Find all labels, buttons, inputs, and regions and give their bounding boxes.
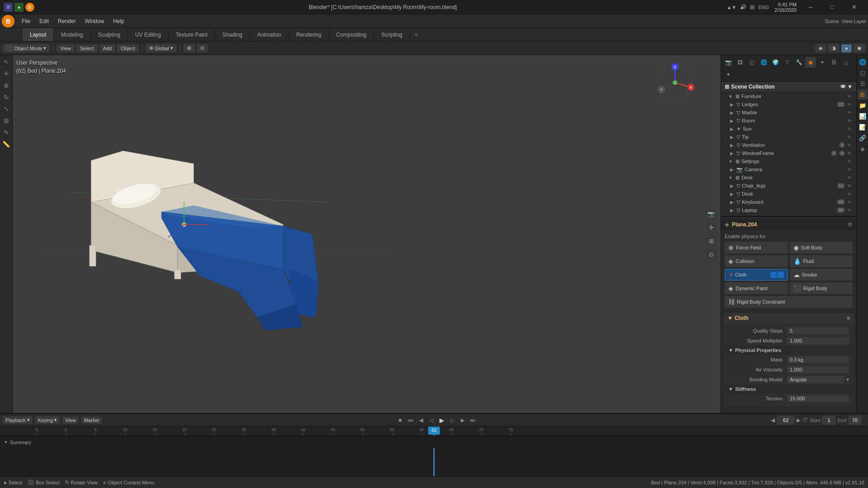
smoke-btn[interactable]: ☁ Smoke [790,269,853,281]
ledges-eye[interactable]: 👁 [846,101,853,108]
prev-frame-btn[interactable]: ◀ [416,416,425,425]
prop-particles[interactable]: ✦ [817,57,828,68]
menu-render[interactable]: Render [53,16,80,26]
expand-ventilation[interactable]: ▶ [730,143,734,148]
keying-dropdown[interactable]: Keying ▾ [35,416,60,424]
prop-constraints[interactable]: ⛓ [829,57,840,68]
measure-tool[interactable]: 📏 [1,139,11,149]
end-frame-input[interactable] [848,416,862,425]
menu-help[interactable]: Help [108,16,129,26]
marble-eye[interactable]: 👁 [846,109,853,116]
collection-room[interactable]: ▶ ▽ Room 👁 [721,117,856,125]
prop-modifier[interactable]: 🔧 [793,57,804,68]
windows-icon[interactable]: ⊞ [4,3,13,12]
collection-ventilation[interactable]: ▶ ▽ Ventilation 9 👁 [721,141,856,149]
prop-view-layer[interactable]: ◱ [746,57,757,68]
annotate-tool[interactable]: ✎ [1,127,11,137]
rs-files[interactable]: 📁 [858,100,868,110]
close-button[interactable]: ✕ [844,0,864,14]
camera-view-btn[interactable]: 📷 [705,208,717,220]
expand-room[interactable]: ▶ [730,118,734,123]
expand-keyboard[interactable]: ▶ [730,200,734,205]
sun-eye[interactable]: 👁 [846,126,853,132]
tab-scripting[interactable]: Scripting [374,28,410,41]
prev-frame-icon[interactable]: ◀ [771,417,775,423]
playback-dropdown[interactable]: Playback ▾ [3,416,33,424]
cursor-tool[interactable]: ✛ [1,69,11,79]
rs-node[interactable]: 🔗 [858,133,868,143]
mode-selector[interactable]: ⬛ Object Mode ▾ [3,44,50,52]
add-workspace-button[interactable]: + [410,28,422,41]
collection-furniture[interactable]: ▼ ⊞ Furniture 👁 [721,92,856,100]
tab-shading[interactable]: Shading [215,28,250,41]
scene-collection-eye[interactable]: 👁 [840,84,846,90]
expand-ledges[interactable]: ▶ [730,102,734,107]
next-keyframe-btn[interactable]: ▷ [448,416,457,425]
summary-expand[interactable]: ▼ [4,440,8,445]
maximize-button[interactable]: □ [822,0,843,14]
mass-value[interactable]: 0.3 kg [787,356,849,363]
prop-render[interactable]: 📷 [723,57,734,68]
select-menu[interactable]: Select [76,44,98,52]
view-menu[interactable]: View [57,44,75,52]
fluid-btn[interactable]: 💧 Fluid [790,255,853,267]
viewport-shading-2[interactable]: ◑ [828,44,840,52]
prop-material[interactable]: ● [723,69,734,80]
collection-laptop[interactable]: ▶ ▽ Laptop 95 👁 [721,206,856,214]
viewport[interactable]: User Perspective (62) Bed | Plane.204 [13,55,721,413]
expand-chair-legs[interactable]: ▶ [730,183,734,188]
current-frame-input[interactable] [777,416,795,425]
collection-desk-obj[interactable]: ▶ ▽ Desk 👁 [721,190,856,198]
prop-world[interactable]: 🌍 [770,57,781,68]
expand-furniture[interactable]: ▼ [728,94,733,99]
scene-collection-filter[interactable]: ▼ [847,84,853,90]
bending-model-value[interactable]: Angular [787,376,844,383]
tab-texture-paint[interactable]: Texture Paint [169,28,215,41]
force-field-btn[interactable]: ⊕ Force Field [725,242,788,253]
blender-logo[interactable]: B [2,15,14,28]
dynamic-paint-btn[interactable]: ◈ Dynamic Paint [725,282,788,294]
rs-outliner[interactable]: ☰ [858,79,868,89]
minimize-button[interactable]: ─ [800,0,821,14]
transform-tool[interactable]: ⊞ [1,116,11,126]
expand-windowframe[interactable]: ▶ [730,151,734,156]
tip-eye[interactable]: 👁 [846,134,853,140]
desk-obj-eye[interactable]: 👁 [846,191,853,197]
desk-eye[interactable]: 👁 [846,174,853,181]
collection-settings[interactable]: ▼ ⊞ Settings 👁 [721,157,856,165]
stiffness-header[interactable]: ▼ Stiffness [724,385,854,394]
viewport-gizmo[interactable]: Z X Y [655,62,695,103]
collection-chair-legs[interactable]: ▶ ▽ Chair_legs 11 👁 [721,182,856,190]
add-menu[interactable]: Add [99,44,116,52]
rs-properties[interactable]: ⊞ [858,89,868,99]
tab-uv-editing[interactable]: UV Editing [128,28,169,41]
menu-window[interactable]: Window [80,16,108,26]
expand-laptop[interactable]: ▶ [730,208,734,213]
quality-steps-value[interactable]: 5 [787,327,849,334]
rs-compositor[interactable]: ◈ [858,144,868,154]
expand-marble[interactable]: ▶ [730,110,734,115]
next-frame-btn[interactable]: ▶ [458,416,467,425]
collection-camera[interactable]: ▶ 📷 Camera 👁 [721,165,856,174]
soft-body-btn[interactable]: ◉ Soft Body [790,242,853,253]
select-tool[interactable]: ↖ [1,57,11,67]
settings-eye[interactable]: 👁 [846,158,853,164]
rs-text[interactable]: 📝 [858,122,868,132]
speed-multiplier-value[interactable]: 1.000 [787,337,849,344]
rotate-tool[interactable]: ↻ [1,92,11,102]
viewport-shading-3[interactable]: ● [841,44,852,52]
stop-btn[interactable]: ■ [396,416,405,425]
chrome-icon[interactable]: ● [14,3,24,12]
prev-keyframe-btn[interactable]: ◁ [427,416,436,425]
rs-scene[interactable]: 🌐 [858,57,868,67]
marker-dropdown[interactable]: Marker [81,417,102,424]
collision-btn[interactable]: ◈ Collision [725,255,788,267]
start-frame-input[interactable] [822,416,835,425]
proportional-edit[interactable]: ⊙ [197,44,208,52]
playhead-indicator[interactable] [434,448,434,476]
move-tool[interactable]: ⊕ [1,80,11,90]
object-menu[interactable]: Object [117,44,139,52]
expand-sun[interactable]: ▶ [730,127,734,131]
physical-properties-header[interactable]: ▼ Physical Properties [724,346,854,355]
next-frame-icon[interactable]: ▶ [797,417,801,423]
